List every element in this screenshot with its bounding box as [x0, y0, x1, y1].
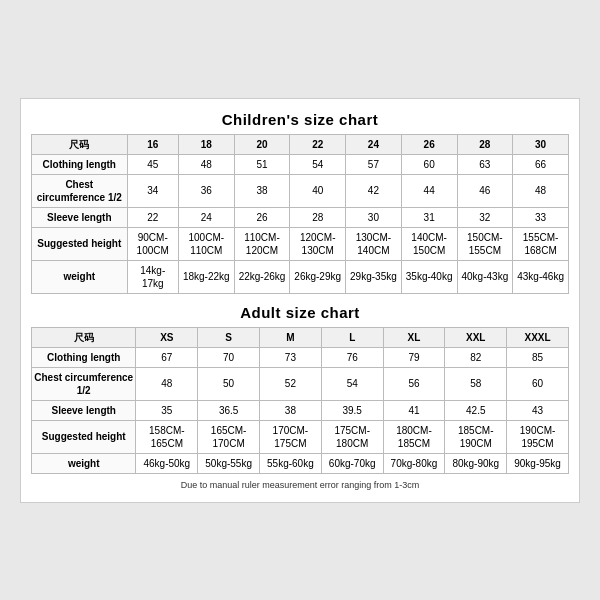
- row-label: Chest circumference 1/2: [32, 367, 136, 400]
- row-label: Sleeve length: [32, 207, 128, 227]
- cell-value: 130CM-140CM: [346, 227, 402, 260]
- cell-value: 46kg-50kg: [136, 453, 198, 473]
- cell-value: 51: [234, 154, 290, 174]
- cell-value: 120CM-130CM: [290, 227, 346, 260]
- cell-value: 82: [445, 347, 507, 367]
- children-col-header: 24: [346, 134, 402, 154]
- cell-value: 66: [513, 154, 569, 174]
- row-label: Suggested height: [32, 420, 136, 453]
- cell-value: 44: [401, 174, 457, 207]
- cell-value: 63: [457, 154, 513, 174]
- cell-value: 26: [234, 207, 290, 227]
- adult-col-header: S: [198, 327, 260, 347]
- cell-value: 50: [198, 367, 260, 400]
- cell-value: 29kg-35kg: [346, 260, 402, 293]
- cell-value: 150CM-155CM: [457, 227, 513, 260]
- table-row: Suggested height158CM-165CM165CM-170CM17…: [32, 420, 569, 453]
- cell-value: 110CM-120CM: [234, 227, 290, 260]
- children-col-header: 16: [127, 134, 178, 154]
- cell-value: 31: [401, 207, 457, 227]
- cell-value: 180CM-185CM: [383, 420, 445, 453]
- children-col-header: 28: [457, 134, 513, 154]
- adult-col-header: 尺码: [32, 327, 136, 347]
- table-row: Clothing length4548515457606366: [32, 154, 569, 174]
- cell-value: 175CM-180CM: [321, 420, 383, 453]
- cell-value: 60: [507, 367, 569, 400]
- cell-value: 48: [178, 154, 234, 174]
- cell-value: 40: [290, 174, 346, 207]
- cell-value: 46: [457, 174, 513, 207]
- cell-value: 39.5: [321, 400, 383, 420]
- cell-value: 67: [136, 347, 198, 367]
- cell-value: 24: [178, 207, 234, 227]
- cell-value: 158CM-165CM: [136, 420, 198, 453]
- cell-value: 70kg-80kg: [383, 453, 445, 473]
- children-chart-title: Children's size chart: [31, 111, 569, 128]
- footer-note: Due to manual ruler measurement error ra…: [31, 480, 569, 490]
- cell-value: 26kg-29kg: [290, 260, 346, 293]
- cell-value: 45: [127, 154, 178, 174]
- cell-value: 52: [260, 367, 322, 400]
- cell-value: 155CM-168CM: [513, 227, 569, 260]
- row-label: weight: [32, 260, 128, 293]
- children-col-header: 30: [513, 134, 569, 154]
- cell-value: 42: [346, 174, 402, 207]
- children-col-header: 26: [401, 134, 457, 154]
- cell-value: 56: [383, 367, 445, 400]
- cell-value: 80kg-90kg: [445, 453, 507, 473]
- cell-value: 60kg-70kg: [321, 453, 383, 473]
- cell-value: 14kg-17kg: [127, 260, 178, 293]
- cell-value: 36: [178, 174, 234, 207]
- cell-value: 79: [383, 347, 445, 367]
- cell-value: 36.5: [198, 400, 260, 420]
- table-row: Suggested height90CM-100CM100CM-110CM110…: [32, 227, 569, 260]
- cell-value: 22kg-26kg: [234, 260, 290, 293]
- cell-value: 42.5: [445, 400, 507, 420]
- cell-value: 48: [513, 174, 569, 207]
- cell-value: 32: [457, 207, 513, 227]
- cell-value: 38: [234, 174, 290, 207]
- cell-value: 43kg-46kg: [513, 260, 569, 293]
- cell-value: 28: [290, 207, 346, 227]
- table-row: Chest circumference 1/248505254565860: [32, 367, 569, 400]
- cell-value: 30: [346, 207, 402, 227]
- cell-value: 60: [401, 154, 457, 174]
- cell-value: 170CM-175CM: [260, 420, 322, 453]
- adult-size-table: 尺码XSSMLXLXXLXXXL Clothing length67707376…: [31, 327, 569, 474]
- cell-value: 41: [383, 400, 445, 420]
- cell-value: 55kg-60kg: [260, 453, 322, 473]
- children-col-header: 18: [178, 134, 234, 154]
- row-label: Clothing length: [32, 347, 136, 367]
- adult-col-header: XXXL: [507, 327, 569, 347]
- table-row: Sleeve length2224262830313233: [32, 207, 569, 227]
- cell-value: 73: [260, 347, 322, 367]
- cell-value: 85: [507, 347, 569, 367]
- cell-value: 50kg-55kg: [198, 453, 260, 473]
- adult-chart-title: Adult size chart: [31, 304, 569, 321]
- cell-value: 33: [513, 207, 569, 227]
- cell-value: 58: [445, 367, 507, 400]
- cell-value: 35kg-40kg: [401, 260, 457, 293]
- size-chart-container: Children's size chart 尺码1618202224262830…: [20, 98, 580, 503]
- adult-col-header: L: [321, 327, 383, 347]
- cell-value: 22: [127, 207, 178, 227]
- cell-value: 70: [198, 347, 260, 367]
- cell-value: 35: [136, 400, 198, 420]
- adult-col-header: XS: [136, 327, 198, 347]
- cell-value: 40kg-43kg: [457, 260, 513, 293]
- cell-value: 90kg-95kg: [507, 453, 569, 473]
- children-size-table: 尺码1618202224262830 Clothing length454851…: [31, 134, 569, 294]
- table-row: weight14kg-17kg18kg-22kg22kg-26kg26kg-29…: [32, 260, 569, 293]
- row-label: Suggested height: [32, 227, 128, 260]
- cell-value: 185CM-190CM: [445, 420, 507, 453]
- cell-value: 18kg-22kg: [178, 260, 234, 293]
- cell-value: 90CM-100CM: [127, 227, 178, 260]
- row-label: Chest circumference 1/2: [32, 174, 128, 207]
- cell-value: 48: [136, 367, 198, 400]
- cell-value: 34: [127, 174, 178, 207]
- cell-value: 76: [321, 347, 383, 367]
- cell-value: 43: [507, 400, 569, 420]
- adult-col-header: XXL: [445, 327, 507, 347]
- cell-value: 54: [290, 154, 346, 174]
- children-col-header: 22: [290, 134, 346, 154]
